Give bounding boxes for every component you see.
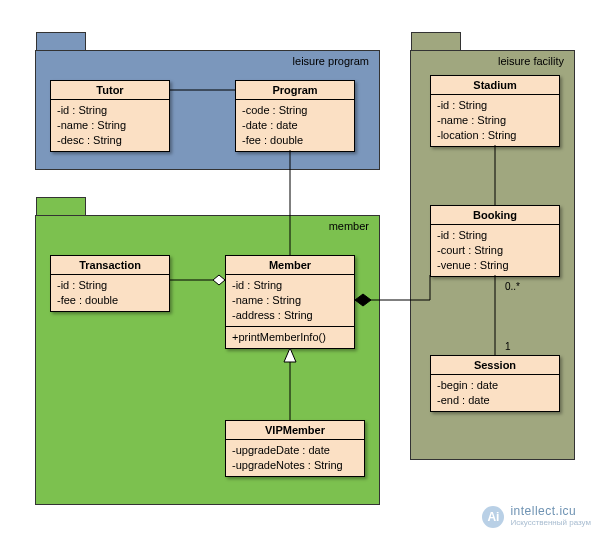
attr: -name : String <box>57 118 163 133</box>
class-attributes: -code : String -date : date -fee : doubl… <box>236 100 354 151</box>
attr: -fee : double <box>57 293 163 308</box>
class-title: Program <box>236 81 354 100</box>
attr: -location : String <box>437 128 553 143</box>
attr: -court : String <box>437 243 553 258</box>
class-session: Session -begin : date -end : date <box>430 355 560 412</box>
class-stadium: Stadium -id : String -name : String -loc… <box>430 75 560 147</box>
attr: -id : String <box>437 98 553 113</box>
attr: -end : date <box>437 393 553 408</box>
package-tab <box>36 32 86 50</box>
watermark-sub: Искусственный разум <box>510 517 591 528</box>
attr: -name : String <box>437 113 553 128</box>
attr: -desc : String <box>57 133 163 148</box>
watermark-brand: intellect.icu <box>510 506 591 517</box>
class-booking: Booking -id : String -court : String -ve… <box>430 205 560 277</box>
attr: -fee : double <box>242 133 348 148</box>
class-vipmember: VIPMember -upgradeDate : date -upgradeNo… <box>225 420 365 477</box>
class-attributes: -id : String -fee : double <box>51 275 169 311</box>
attr: -name : String <box>232 293 348 308</box>
watermark-logo-icon: Ai <box>482 506 504 528</box>
attr: -code : String <box>242 103 348 118</box>
attr: -address : String <box>232 308 348 323</box>
class-attributes: -begin : date -end : date <box>431 375 559 411</box>
class-title: Transaction <box>51 256 169 275</box>
class-member: Member -id : String -name : String -addr… <box>225 255 355 349</box>
class-title: Booking <box>431 206 559 225</box>
watermark-text: intellect.icu Искусственный разум <box>510 506 591 528</box>
class-title: Session <box>431 356 559 375</box>
class-attributes: -id : String -name : String -location : … <box>431 95 559 146</box>
package-label: leisure program <box>293 55 369 67</box>
attr: -upgradeDate : date <box>232 443 358 458</box>
class-attributes: -upgradeDate : date -upgradeNotes : Stri… <box>226 440 364 476</box>
class-operations: +printMemberInfo() <box>226 326 354 348</box>
uml-canvas: leisure program member leisure facility … <box>0 0 605 540</box>
package-label: member <box>329 220 369 232</box>
class-tutor: Tutor -id : String -name : String -desc … <box>50 80 170 152</box>
class-transaction: Transaction -id : String -fee : double <box>50 255 170 312</box>
attr: -id : String <box>57 278 163 293</box>
class-attributes: -id : String -name : String -desc : Stri… <box>51 100 169 151</box>
attr: -date : date <box>242 118 348 133</box>
class-title: Member <box>226 256 354 275</box>
attr: -id : String <box>57 103 163 118</box>
attr: -upgradeNotes : String <box>232 458 358 473</box>
class-program: Program -code : String -date : date -fee… <box>235 80 355 152</box>
class-attributes: -id : String -name : String -address : S… <box>226 275 354 326</box>
package-label: leisure facility <box>498 55 564 67</box>
class-title: Stadium <box>431 76 559 95</box>
class-title: Tutor <box>51 81 169 100</box>
attr: -begin : date <box>437 378 553 393</box>
watermark: Ai intellect.icu Искусственный разум <box>482 506 591 528</box>
attr: -venue : String <box>437 258 553 273</box>
attr: -id : String <box>232 278 348 293</box>
package-tab <box>36 197 86 215</box>
attr: -id : String <box>437 228 553 243</box>
class-title: VIPMember <box>226 421 364 440</box>
op: +printMemberInfo() <box>232 330 348 345</box>
package-tab <box>411 32 461 50</box>
class-attributes: -id : String -court : String -venue : St… <box>431 225 559 276</box>
